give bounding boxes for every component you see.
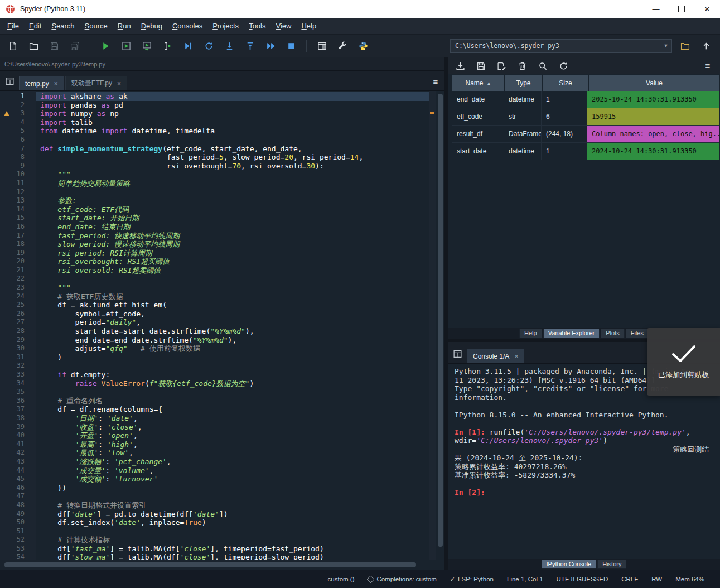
gutter-line: 31 (0, 353, 36, 362)
column-header-type[interactable]: Type (505, 75, 542, 91)
tab-variable-explorer[interactable]: Variable Explorer (543, 329, 600, 338)
remove-variable-button[interactable] (515, 59, 529, 73)
parent-directory-button[interactable] (698, 37, 714, 54)
menu-search[interactable]: Search (46, 20, 79, 32)
step-into-button[interactable] (221, 37, 238, 54)
menu-source[interactable]: Source (80, 20, 113, 32)
tab-history[interactable]: History (597, 560, 626, 569)
gutter-line: 2 (0, 101, 36, 110)
continue-execution-icon (266, 41, 276, 51)
variable-row[interactable]: result_dfDataFrame(244, 18)Column names:… (452, 126, 719, 143)
menu-run[interactable]: Run (113, 20, 136, 32)
status-lsp-python: LSP: Python (450, 576, 494, 583)
run-cell-advance-icon (142, 41, 152, 51)
variable-row[interactable]: start_datedatetime12024-10-24 14:30:31.9… (452, 143, 719, 160)
stop-debugging-button[interactable] (283, 37, 299, 54)
menu-view[interactable]: View (270, 20, 296, 32)
menu-debug[interactable]: Debug (136, 20, 167, 32)
code-editor[interactable]: import akshare as akimport pandas as pdi… (36, 91, 429, 560)
gutter-line: 9 (0, 162, 36, 171)
gutter-line: 8 (0, 153, 36, 162)
gutter-line: 21 (0, 266, 36, 275)
gutter-line: 12 (0, 188, 36, 197)
scrollbar-thumb[interactable] (4, 562, 416, 567)
column-header-value[interactable]: Value (589, 75, 719, 91)
gutter-line: 27 (0, 318, 36, 327)
cell-name: result_df (452, 126, 504, 142)
refresh-variables-button[interactable] (557, 59, 570, 73)
menu-edit[interactable]: Edit (24, 20, 46, 32)
status-completions-custom: Completions: custom (368, 576, 436, 582)
menu-tools[interactable]: Tools (244, 20, 270, 32)
debug-file-icon (183, 41, 193, 51)
variable-row[interactable]: etf_codestr6159915 (452, 108, 719, 126)
variable-explorer-options-button[interactable]: ≡ (701, 62, 714, 70)
new-file-button[interactable] (4, 37, 21, 54)
step-into-icon (225, 41, 234, 51)
save-file-button[interactable] (46, 37, 62, 54)
editor-vertical-scrollbar[interactable] (436, 91, 444, 560)
save-all-button[interactable] (66, 37, 83, 54)
step-return-button[interactable] (241, 37, 258, 54)
working-directory-value: C:\Users\lenovo\.spyder-py3 (451, 42, 660, 50)
browse-tabs-button[interactable] (2, 74, 17, 88)
run-cell-button[interactable] (118, 37, 134, 54)
browse-tabs-icon (453, 349, 462, 359)
minimize-button[interactable]: — (643, 0, 669, 18)
editor-horizontal-scrollbar[interactable] (0, 560, 444, 570)
run-cell-advance-button[interactable] (138, 37, 155, 54)
variable-row[interactable]: end_datedatetime12025-10-24 14:30:31.913… (452, 91, 719, 108)
debug-file-button[interactable] (180, 37, 196, 54)
console-line: IPython 8.15.0 -- An enhanced Interactiv… (455, 411, 720, 420)
close-button[interactable]: ✕ (694, 0, 720, 18)
open-file-button[interactable] (25, 37, 42, 54)
rerun-cell-button[interactable] (200, 37, 217, 54)
column-header-name[interactable]: Name▲ (452, 75, 504, 91)
tab-console-1-a[interactable]: Console 1/A × (467, 349, 524, 363)
code-line: rsi_overbought: RSI超买阈值 (36, 257, 429, 266)
chevron-down-icon[interactable]: ▼ (660, 40, 671, 52)
save-data-button[interactable] (474, 59, 487, 73)
column-header-size[interactable]: Size (543, 75, 588, 91)
close-icon[interactable]: × (54, 80, 58, 88)
tab-temp-py[interactable]: temp.py× (19, 76, 64, 90)
browse-directory-button[interactable] (676, 37, 693, 54)
gutter-line: 1 (0, 92, 36, 101)
completions-icon (367, 575, 375, 583)
scrollbar-thumb[interactable] (438, 94, 443, 547)
menu-help[interactable]: Help (296, 20, 321, 32)
working-directory-combo[interactable]: C:\Users\lenovo\.spyder-py3 ▼ (450, 39, 672, 53)
search-variable-button[interactable] (536, 59, 549, 73)
menu-file[interactable]: File (2, 20, 24, 32)
maximize-pane-button[interactable] (313, 37, 330, 54)
tab-files[interactable]: Files (626, 329, 649, 338)
gutter-line: 33 (0, 370, 36, 379)
save-data-as-button[interactable] (495, 59, 508, 73)
continue-execution-button[interactable] (262, 37, 279, 54)
import-data-button[interactable] (453, 59, 467, 73)
check-icon (450, 576, 455, 583)
maximize-button[interactable] (669, 0, 694, 18)
close-icon[interactable]: × (514, 353, 518, 360)
editor-options-button[interactable]: ≡ (429, 78, 442, 86)
python-path-manager-button[interactable] (355, 37, 371, 54)
menu-consoles[interactable]: Consoles (167, 20, 207, 32)
cell-value: 2024-10-24 14:30:31.913350 (587, 143, 719, 160)
preferences-button[interactable] (334, 37, 351, 54)
tab-plots[interactable]: Plots (601, 329, 624, 338)
run-file-button[interactable] (97, 37, 114, 54)
menubar: FileEditSearchSourceRunDebugConsolesProj… (0, 18, 720, 35)
menu-projects[interactable]: Projects (207, 20, 244, 32)
gutter-line: 28 (0, 327, 36, 336)
gutter-line: 14 (0, 205, 36, 214)
remove-variable-icon (518, 61, 527, 71)
close-icon[interactable]: × (117, 80, 121, 88)
tab-etf-py[interactable]: 双动量ETF.py× (65, 76, 127, 90)
run-selection-button[interactable] (159, 37, 176, 54)
tab-help[interactable]: Help (519, 329, 542, 338)
console-line: 策略回测结 (455, 445, 720, 454)
status-label: RW (651, 576, 662, 582)
status-label: Line 1, Col 1 (507, 576, 543, 582)
tab-ipython-console[interactable]: IPython Console (542, 560, 597, 569)
browse-tabs-button[interactable] (450, 346, 465, 361)
